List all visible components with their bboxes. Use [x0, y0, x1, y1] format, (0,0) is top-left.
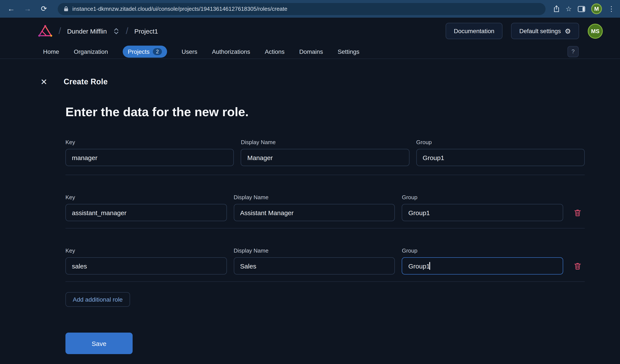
zitadel-logo[interactable]: [38, 25, 53, 37]
display-name-label: Display Name: [241, 139, 409, 145]
tab-authorizations[interactable]: Authorizations: [212, 48, 250, 55]
documentation-label: Documentation: [454, 28, 494, 34]
tab-users[interactable]: Users: [182, 48, 197, 55]
user-avatar[interactable]: MS: [588, 23, 603, 39]
share-icon[interactable]: [553, 5, 559, 13]
display-name-input[interactable]: [241, 149, 409, 166]
side-panel-icon[interactable]: [578, 6, 585, 12]
key-label: Key: [65, 194, 227, 200]
tab-organization[interactable]: Organization: [74, 48, 108, 55]
chrome-toolbar-right: ☆ M ⋮: [553, 3, 615, 14]
back-icon[interactable]: ←: [5, 3, 17, 15]
add-additional-role-button[interactable]: Add additional role: [65, 292, 130, 307]
documentation-button[interactable]: Documentation: [446, 23, 502, 39]
default-settings-button[interactable]: Default settings ⚙: [511, 23, 579, 39]
key-input[interactable]: [65, 149, 234, 166]
default-settings-label: Default settings: [519, 28, 561, 34]
bookmark-star-icon[interactable]: ☆: [566, 5, 572, 13]
tab-projects-label: Projects: [128, 48, 150, 55]
gear-icon: ⚙: [565, 27, 571, 35]
display-name-input[interactable]: [233, 204, 395, 221]
role-row: Key Display Name Group: [65, 119, 585, 175]
forward-icon[interactable]: →: [22, 3, 33, 15]
lock-icon: [64, 6, 68, 12]
group-field-group: Group: [402, 194, 563, 221]
trash-icon: [573, 209, 581, 217]
tab-domains[interactable]: Domains: [299, 48, 323, 55]
trash-icon: [573, 262, 581, 270]
key-field-group: Key: [65, 247, 227, 274]
group-label: Group: [402, 247, 563, 254]
group-label: Group: [402, 194, 563, 200]
key-field-group: Key: [65, 194, 227, 221]
breadcrumb-separator: /: [59, 26, 61, 36]
group-label: Group: [416, 139, 585, 145]
url-text: instance1-dkmnzw.zitadel.cloud/ui/consol…: [72, 6, 287, 12]
breadcrumb-project[interactable]: Project1: [134, 27, 158, 35]
form-heading: Enter the data for the new role.: [65, 105, 585, 119]
key-label: Key: [65, 139, 234, 145]
save-button[interactable]: Save: [65, 333, 133, 354]
display-name-field-group: Display Name: [233, 247, 395, 274]
key-field-group: Key: [65, 139, 234, 166]
tab-home[interactable]: Home: [43, 48, 59, 55]
display-name-field-group: Display Name: [233, 194, 395, 221]
role-row: Key Display Name Group: [65, 228, 585, 282]
delete-role-button[interactable]: [570, 204, 585, 221]
display-name-field-group: Display Name: [241, 139, 409, 166]
close-icon[interactable]: ✕: [40, 77, 47, 87]
key-input[interactable]: [65, 204, 227, 221]
org-switcher-button[interactable]: [113, 27, 120, 35]
breadcrumb-org[interactable]: Dunder Mifflin: [67, 27, 107, 35]
main-nav: Home Organization Projects 2 Users Autho…: [0, 44, 620, 59]
group-input-focused[interactable]: [402, 257, 563, 274]
display-name-input[interactable]: [233, 257, 395, 274]
group-input[interactable]: [416, 149, 585, 166]
tab-settings[interactable]: Settings: [338, 48, 359, 55]
key-label: Key: [65, 247, 227, 254]
role-row: Key Display Name Group: [65, 175, 585, 228]
display-name-label: Display Name: [233, 194, 395, 200]
browser-chrome: ← → ⟳ instance1-dkmnzw.zitadel.cloud/ui/…: [0, 0, 620, 18]
key-input[interactable]: [65, 257, 227, 274]
unfold-more-icon: [114, 28, 119, 34]
page-title-row: ✕ Create Role: [0, 77, 620, 87]
group-input[interactable]: [402, 204, 563, 221]
roles-form: Key Display Name Group Key: [65, 119, 585, 282]
group-field-group: Group: [402, 247, 563, 274]
group-field-group: Group: [416, 139, 585, 166]
text-cursor: [430, 262, 430, 270]
tab-actions[interactable]: Actions: [265, 48, 285, 55]
reload-icon[interactable]: ⟳: [38, 3, 50, 15]
help-button[interactable]: ?: [567, 46, 579, 57]
display-name-label: Display Name: [233, 247, 395, 254]
browser-menu-icon[interactable]: ⋮: [608, 5, 615, 13]
projects-count-badge: 2: [153, 48, 162, 55]
header-actions: Documentation Default settings ⚙ MS: [446, 23, 603, 39]
breadcrumb-separator: /: [126, 26, 128, 36]
tab-projects[interactable]: Projects 2: [123, 46, 167, 58]
screen: ← → ⟳ instance1-dkmnzw.zitadel.cloud/ui/…: [0, 0, 620, 364]
browser-profile-avatar[interactable]: M: [591, 3, 602, 14]
delete-role-button[interactable]: [570, 257, 585, 274]
page-title: Create Role: [64, 77, 108, 87]
app-header: / Dunder Mifflin / Project1 Documentatio…: [0, 18, 620, 44]
address-bar[interactable]: instance1-dkmnzw.zitadel.cloud/ui/consol…: [58, 3, 545, 15]
